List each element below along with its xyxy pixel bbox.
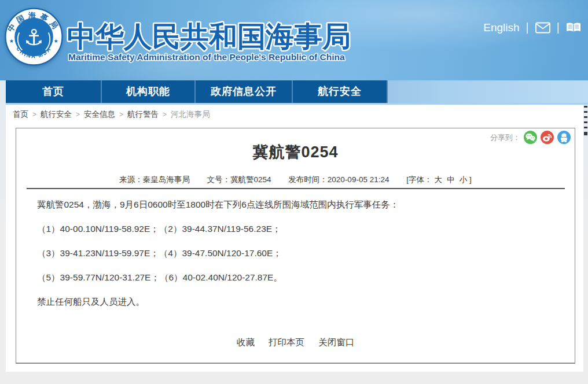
- breadcrumb-separator: >: [76, 110, 80, 119]
- right-edge-cutoff-widget: [584, 106, 588, 139]
- toplink-divider: |: [557, 21, 560, 34]
- paragraph-coords-1-2: （1）40-00.10N/119-58.92E；（2）39-44.37N/119…: [37, 223, 558, 235]
- site-header: 中国海事局 ★ ★ CHINA MSA ⚓ 中华人民共和国海事局 Maritim…: [0, 0, 588, 80]
- meta-publish-time: 发布时间：2020-09-05 21:24: [288, 175, 389, 184]
- paragraph-prohibition: 禁止任何船只及人员进入。: [37, 296, 558, 308]
- article-meta: 来源：秦皇岛海事局 文号：冀航警0254 发布时间：2020-09-05 21:…: [16, 175, 575, 185]
- favorite-link[interactable]: 收藏: [237, 337, 255, 347]
- breadcrumb-safety-info[interactable]: 安全信息: [84, 109, 115, 120]
- font-size-medium[interactable]: 中: [447, 175, 455, 184]
- breadcrumb: 首页 > 航行安全 > 安全信息 > 航行警告 > 河北海事局: [13, 109, 210, 120]
- main-nav: 首页 机构职能 政府信息公开 航行安全: [6, 80, 588, 103]
- breadcrumb-home[interactable]: 首页: [13, 109, 28, 120]
- breadcrumb-hebei-msa: 河北海事局: [171, 109, 210, 120]
- breadcrumb-separator: >: [32, 110, 36, 119]
- article-box: 分享到：: [16, 128, 575, 364]
- font-size-switcher: [字体：大中小]: [406, 175, 472, 184]
- nav-item-gov-info[interactable]: 政府信息公开: [196, 80, 293, 103]
- meta-divider-line: [27, 188, 565, 189]
- article-title: 冀航警0254: [16, 142, 575, 163]
- msa-logo-icon[interactable]: 中国海事局 ★ ★ CHINA MSA ⚓: [5, 8, 63, 66]
- site-title: 中华人民共和国海事局: [67, 21, 351, 52]
- article-actions: 收藏 打印本页 关闭窗口: [16, 337, 575, 349]
- share-label: 分享到：: [490, 132, 520, 143]
- nav-item-functions[interactable]: 机构职能: [102, 80, 196, 103]
- logo-star-left: ★: [9, 38, 14, 44]
- print-page-link[interactable]: 打印本页: [269, 337, 304, 347]
- header-toplinks: English | |: [483, 21, 581, 34]
- breadcrumb-nav-safety[interactable]: 航行安全: [41, 109, 72, 120]
- site-subtitle: Maritime Safety Administration of the Pe…: [68, 52, 345, 62]
- site-title-block: 中华人民共和国海事局 Maritime Safety Administratio…: [65, 10, 389, 68]
- toplink-divider: |: [526, 21, 529, 34]
- nav-item-nav-safety[interactable]: 航行安全: [293, 80, 388, 103]
- anchor-icon: ⚓: [24, 25, 43, 50]
- book-icon[interactable]: [566, 22, 581, 34]
- article-content: 冀航警0254，渤海，9月6日0600时至1800时在下列6点连线所围海域范围内…: [37, 199, 558, 320]
- font-size-large[interactable]: 大: [434, 175, 442, 184]
- paragraph-intro: 冀航警0254，渤海，9月6日0600时至1800时在下列6点连线所围海域范围内…: [37, 199, 558, 211]
- logo-star-right: ★: [54, 38, 58, 44]
- english-link[interactable]: English: [483, 21, 519, 34]
- paragraph-coords-3-4: （3）39-41.23N/119-59.97E；（4）39-47.50N/120…: [37, 248, 558, 259]
- paragraph-coords-5-6: （5）39-59.77N/120-31.27E；（6）40-02.40N/120…: [37, 272, 558, 283]
- breadcrumb-separator: >: [119, 110, 123, 119]
- meta-doc-number: 文号：冀航警0254: [207, 175, 271, 184]
- font-size-small[interactable]: 小: [459, 175, 467, 184]
- nav-item-home[interactable]: 首页: [6, 80, 102, 103]
- breadcrumb-separator: >: [163, 110, 167, 119]
- close-window-link[interactable]: 关闭窗口: [318, 337, 354, 347]
- mail-icon[interactable]: [535, 22, 550, 34]
- breadcrumb-nav-warning[interactable]: 航行警告: [127, 109, 159, 120]
- meta-source: 来源：秦皇岛海事局: [119, 175, 190, 184]
- page: 中国海事局 ★ ★ CHINA MSA ⚓ 中华人民共和国海事局 Maritim…: [0, 0, 588, 384]
